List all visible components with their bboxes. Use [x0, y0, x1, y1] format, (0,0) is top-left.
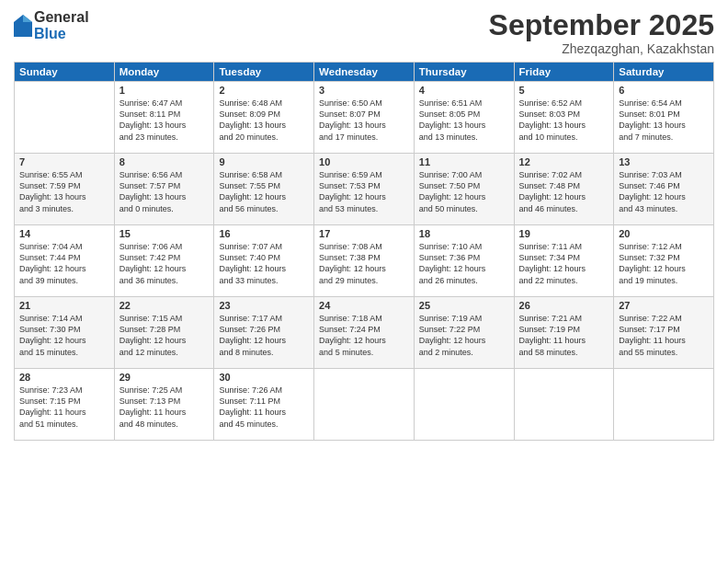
day-info: Sunrise: 6:55 AM Sunset: 7:59 PM Dayligh… — [19, 169, 109, 214]
day-info: Sunrise: 7:03 AM Sunset: 7:46 PM Dayligh… — [619, 169, 709, 214]
day-info: Sunrise: 7:10 AM Sunset: 7:36 PM Dayligh… — [419, 241, 509, 286]
day-info: Sunrise: 7:08 AM Sunset: 7:38 PM Dayligh… — [319, 241, 409, 286]
col-thursday: Thursday — [414, 63, 514, 82]
day-info: Sunrise: 7:15 AM Sunset: 7:28 PM Dayligh… — [119, 313, 210, 358]
calendar-cell: 1Sunrise: 6:47 AM Sunset: 8:11 PM Daylig… — [114, 82, 214, 154]
calendar-cell: 17Sunrise: 7:08 AM Sunset: 7:38 PM Dayli… — [314, 225, 415, 297]
day-number: 12 — [519, 156, 609, 167]
day-number: 20 — [619, 228, 709, 239]
day-info: Sunrise: 7:23 AM Sunset: 7:15 PM Dayligh… — [19, 385, 109, 430]
day-number: 5 — [519, 85, 609, 96]
day-info: Sunrise: 7:11 AM Sunset: 7:34 PM Dayligh… — [519, 241, 609, 286]
calendar-cell: 11Sunrise: 7:00 AM Sunset: 7:50 PM Dayli… — [414, 154, 514, 225]
day-info: Sunrise: 7:26 AM Sunset: 7:11 PM Dayligh… — [219, 385, 309, 430]
month-title: September 2025 — [489, 9, 714, 41]
calendar-cell: 21Sunrise: 7:14 AM Sunset: 7:30 PM Dayli… — [15, 297, 115, 369]
day-info: Sunrise: 6:59 AM Sunset: 7:53 PM Dayligh… — [319, 169, 409, 214]
calendar-cell: 19Sunrise: 7:11 AM Sunset: 7:34 PM Dayli… — [514, 225, 614, 297]
calendar-week-3: 21Sunrise: 7:14 AM Sunset: 7:30 PM Dayli… — [15, 297, 714, 369]
calendar-body: 1Sunrise: 6:47 AM Sunset: 8:11 PM Daylig… — [15, 82, 714, 441]
calendar-table: Sunday Monday Tuesday Wednesday Thursday… — [14, 62, 714, 441]
day-number: 23 — [219, 300, 309, 311]
day-number: 14 — [19, 228, 109, 239]
day-info: Sunrise: 7:06 AM Sunset: 7:42 PM Dayligh… — [119, 241, 210, 286]
calendar-cell: 7Sunrise: 6:55 AM Sunset: 7:59 PM Daylig… — [15, 154, 115, 225]
day-info: Sunrise: 7:14 AM Sunset: 7:30 PM Dayligh… — [19, 313, 109, 358]
calendar-header: Sunday Monday Tuesday Wednesday Thursday… — [15, 63, 714, 82]
col-monday: Monday — [114, 63, 214, 82]
day-info: Sunrise: 7:25 AM Sunset: 7:13 PM Dayligh… — [119, 385, 210, 430]
day-number: 15 — [119, 228, 210, 239]
col-tuesday: Tuesday — [214, 63, 314, 82]
calendar-cell: 26Sunrise: 7:21 AM Sunset: 7:19 PM Dayli… — [514, 297, 614, 369]
day-info: Sunrise: 6:58 AM Sunset: 7:55 PM Dayligh… — [219, 169, 309, 214]
col-saturday: Saturday — [614, 63, 714, 82]
calendar-cell: 8Sunrise: 6:56 AM Sunset: 7:57 PM Daylig… — [114, 154, 214, 225]
calendar-cell: 18Sunrise: 7:10 AM Sunset: 7:36 PM Dayli… — [414, 225, 514, 297]
page: General Blue September 2025 Zhezqazghan,… — [0, 0, 728, 563]
day-number: 21 — [19, 300, 109, 311]
day-number: 17 — [319, 228, 409, 239]
calendar-cell — [614, 369, 714, 441]
calendar-cell: 6Sunrise: 6:54 AM Sunset: 8:01 PM Daylig… — [614, 82, 714, 154]
calendar-cell: 12Sunrise: 7:02 AM Sunset: 7:48 PM Dayli… — [514, 154, 614, 225]
calendar-cell: 23Sunrise: 7:17 AM Sunset: 7:26 PM Dayli… — [214, 297, 314, 369]
calendar-week-2: 14Sunrise: 7:04 AM Sunset: 7:44 PM Dayli… — [15, 225, 714, 297]
col-friday: Friday — [514, 63, 614, 82]
header-row: Sunday Monday Tuesday Wednesday Thursday… — [15, 63, 714, 82]
calendar-cell — [514, 369, 614, 441]
calendar-cell: 5Sunrise: 6:52 AM Sunset: 8:03 PM Daylig… — [514, 82, 614, 154]
calendar-week-0: 1Sunrise: 6:47 AM Sunset: 8:11 PM Daylig… — [15, 82, 714, 154]
calendar-cell — [414, 369, 514, 441]
calendar-cell: 24Sunrise: 7:18 AM Sunset: 7:24 PM Dayli… — [314, 297, 415, 369]
day-info: Sunrise: 7:21 AM Sunset: 7:19 PM Dayligh… — [519, 313, 609, 358]
calendar-cell: 3Sunrise: 6:50 AM Sunset: 8:07 PM Daylig… — [314, 82, 415, 154]
svg-marker-1 — [23, 15, 32, 22]
calendar-cell: 14Sunrise: 7:04 AM Sunset: 7:44 PM Dayli… — [15, 225, 115, 297]
calendar-cell: 9Sunrise: 6:58 AM Sunset: 7:55 PM Daylig… — [214, 154, 314, 225]
calendar-cell: 4Sunrise: 6:51 AM Sunset: 8:05 PM Daylig… — [414, 82, 514, 154]
logo: General Blue — [14, 9, 89, 41]
day-number: 8 — [119, 156, 210, 167]
calendar-cell — [314, 369, 415, 441]
calendar-week-4: 28Sunrise: 7:23 AM Sunset: 7:15 PM Dayli… — [15, 369, 714, 441]
day-number: 3 — [319, 85, 409, 96]
day-number: 26 — [519, 300, 609, 311]
day-info: Sunrise: 7:22 AM Sunset: 7:17 PM Dayligh… — [619, 313, 709, 358]
day-info: Sunrise: 7:18 AM Sunset: 7:24 PM Dayligh… — [319, 313, 409, 358]
calendar-cell: 29Sunrise: 7:25 AM Sunset: 7:13 PM Dayli… — [114, 369, 214, 441]
day-number: 24 — [319, 300, 409, 311]
day-number: 7 — [19, 156, 109, 167]
day-number: 1 — [119, 85, 210, 96]
day-info: Sunrise: 6:47 AM Sunset: 8:11 PM Dayligh… — [119, 98, 210, 143]
day-info: Sunrise: 6:50 AM Sunset: 8:07 PM Dayligh… — [319, 98, 409, 143]
logo-text: General Blue — [34, 9, 89, 41]
day-number: 4 — [419, 85, 509, 96]
calendar-cell: 15Sunrise: 7:06 AM Sunset: 7:42 PM Dayli… — [114, 225, 214, 297]
logo-general: General — [34, 9, 89, 26]
day-number: 11 — [419, 156, 509, 167]
day-info: Sunrise: 6:52 AM Sunset: 8:03 PM Dayligh… — [519, 98, 609, 143]
day-number: 6 — [619, 85, 709, 96]
day-info: Sunrise: 7:12 AM Sunset: 7:32 PM Dayligh… — [619, 241, 709, 286]
day-info: Sunrise: 7:07 AM Sunset: 7:40 PM Dayligh… — [219, 241, 309, 286]
header: General Blue September 2025 Zhezqazghan,… — [14, 9, 714, 56]
day-number: 13 — [619, 156, 709, 167]
day-number: 9 — [219, 156, 309, 167]
calendar-cell: 27Sunrise: 7:22 AM Sunset: 7:17 PM Dayli… — [614, 297, 714, 369]
day-info: Sunrise: 6:56 AM Sunset: 7:57 PM Dayligh… — [119, 169, 210, 214]
day-info: Sunrise: 7:02 AM Sunset: 7:48 PM Dayligh… — [519, 169, 609, 214]
calendar-cell: 10Sunrise: 6:59 AM Sunset: 7:53 PM Dayli… — [314, 154, 415, 225]
calendar-cell: 13Sunrise: 7:03 AM Sunset: 7:46 PM Dayli… — [614, 154, 714, 225]
day-number: 2 — [219, 85, 309, 96]
day-number: 28 — [19, 372, 109, 383]
logo-icon — [14, 15, 32, 37]
col-wednesday: Wednesday — [314, 63, 415, 82]
calendar-week-1: 7Sunrise: 6:55 AM Sunset: 7:59 PM Daylig… — [15, 154, 714, 225]
calendar-cell: 2Sunrise: 6:48 AM Sunset: 8:09 PM Daylig… — [214, 82, 314, 154]
day-number: 29 — [119, 372, 210, 383]
calendar-cell: 30Sunrise: 7:26 AM Sunset: 7:11 PM Dayli… — [214, 369, 314, 441]
day-info: Sunrise: 7:17 AM Sunset: 7:26 PM Dayligh… — [219, 313, 309, 358]
day-info: Sunrise: 7:04 AM Sunset: 7:44 PM Dayligh… — [19, 241, 109, 286]
location-subtitle: Zhezqazghan, Kazakhstan — [489, 41, 714, 56]
